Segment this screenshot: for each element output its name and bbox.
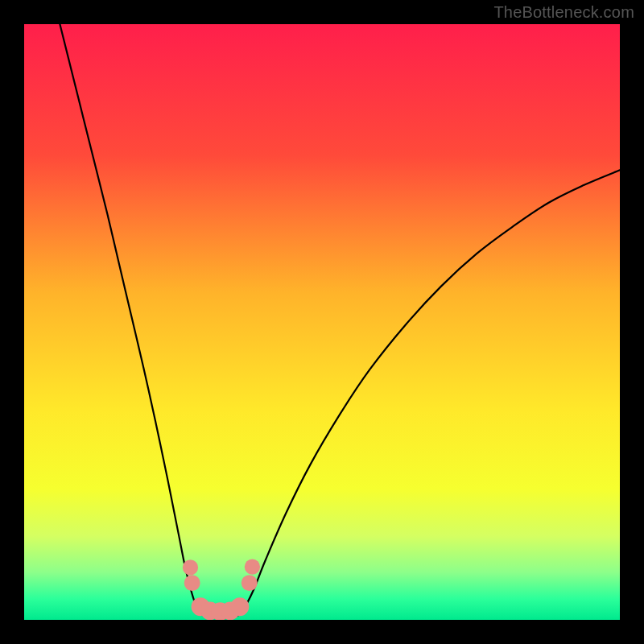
chart-marker: [230, 597, 249, 616]
chart-marker: [245, 559, 260, 575]
watermark-text: TheBottleneck.com: [493, 3, 634, 22]
chart-frame: [24, 24, 620, 620]
chart-plot: [24, 24, 620, 620]
chart-svg: [24, 24, 620, 620]
chart-marker: [183, 559, 198, 575]
chart-background: [24, 24, 620, 620]
chart-marker: [184, 575, 200, 591]
chart-marker: [242, 575, 258, 591]
